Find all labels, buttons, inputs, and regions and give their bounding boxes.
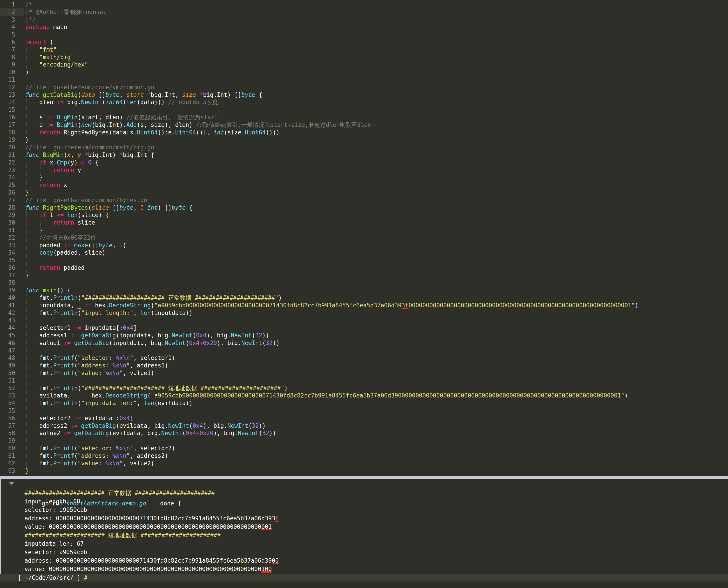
line-number: 49 <box>0 362 24 370</box>
token: int64 <box>105 99 123 105</box>
code-line[interactable]: 19} <box>0 136 728 144</box>
code-line[interactable]: 14 dlen := big.NewInt(int64(len(data))) … <box>0 99 728 106</box>
code-line[interactable]: 44 selector1 := inputdata[:0x4] <box>0 324 728 332</box>
code-line[interactable]: 15 <box>0 106 728 114</box>
code-line[interactable]: 55 <box>0 407 728 415</box>
token: [] <box>95 91 105 98</box>
code-line[interactable]: 57 address2 := getDataBig(evildata, big.… <box>0 422 728 430</box>
code-line[interactable]: 3 */ <box>0 16 728 24</box>
token: ([] <box>88 242 99 249</box>
code-text: } <box>24 174 43 182</box>
token: "inputdata len:" <box>81 400 136 406</box>
token: Printf <box>53 370 74 376</box>
code-line[interactable]: 49 fmt.Printf("address: %x\n", address1) <box>0 362 728 370</box>
token: (inputdata, big. <box>109 340 165 346</box>
code-line[interactable]: 42 fmt.Println("input length:", len(inpu… <box>0 309 728 317</box>
shell-prompt[interactable]: [ ~/Code/Go/src/ ] # <box>0 574 728 582</box>
token: ( <box>78 310 81 316</box>
code-line[interactable]: 2 * @Author:昏鸦@Knownsec <box>0 8 728 16</box>
token: "math/big" <box>25 54 74 61</box>
code-text: } <box>24 136 29 144</box>
code-line[interactable]: 62 fmt.Printf("value: %x\n", value2) <box>0 460 728 467</box>
code-line[interactable]: 6import ( <box>0 39 728 46</box>
code-line[interactable]: 1/* <box>0 1 728 8</box>
code-line[interactable]: 51 <box>0 377 728 384</box>
token: , address1) <box>130 362 168 369</box>
code-text: return RightPadBytes(data[s.Uint64():e.U… <box>24 129 280 136</box>
code-line[interactable]: 18 return RightPadBytes(data[s.Uint64():… <box>0 129 728 136</box>
token: ( <box>78 294 81 301</box>
token: if <box>39 159 46 166</box>
code-line[interactable]: 8 "math/big" <box>0 54 728 61</box>
code-editor[interactable]: 1/*2 * @Author:昏鸦@Knownsec3 */4package m… <box>0 0 728 476</box>
collapse-triangle-icon[interactable] <box>9 482 14 485</box>
code-line[interactable]: 16 s := BigMin(start, dlen) //取值起始索引,一般情… <box>0 114 728 121</box>
code-line[interactable]: 46 value1 := getDataBig(inputdata, big.N… <box>0 339 728 347</box>
code-text: func BigMin(x, y *big.Int) *big.Int { <box>24 151 154 159</box>
token: NewInt <box>81 99 102 105</box>
code-line[interactable]: 21func BigMin(x, y *big.Int) *big.Int { <box>0 151 728 159</box>
code-line[interactable]: 26} <box>0 189 728 196</box>
code-line[interactable]: 54 fmt.Println("inputdata len:", len(evi… <box>0 399 728 407</box>
code-line[interactable]: 52 fmt.Println("####################### … <box>0 384 728 392</box>
code-line[interactable]: 4package main <box>0 23 728 31</box>
token: 0000000000000000000000000000000000000000… <box>408 302 635 309</box>
code-line[interactable]: 40 fmt.Println("####################### … <box>0 294 728 302</box>
token: , <box>133 310 140 316</box>
token: NewInt <box>238 430 259 437</box>
code-line[interactable]: 61 fmt.Printf("address: %x\n", address2) <box>0 452 728 460</box>
code-line[interactable]: 25 return x <box>0 182 728 189</box>
code-line[interactable]: 7 "fmt" <box>0 46 728 54</box>
code-line[interactable]: 56 selector2 := evildata[:0x4] <box>0 415 728 422</box>
token: return <box>39 265 60 271</box>
code-text: package main <box>24 23 67 31</box>
code-line[interactable]: 34 copy(padded, slice) <box>0 249 728 257</box>
token <box>78 332 81 339</box>
code-line[interactable]: 35 <box>0 257 728 264</box>
code-line[interactable]: 39func main() { <box>0 287 728 294</box>
line-number: 48 <box>0 354 24 362</box>
token <box>25 212 39 218</box>
code-line[interactable]: 11 <box>0 76 728 84</box>
token: } <box>25 136 29 143</box>
pane-divider[interactable] <box>0 476 728 479</box>
code-line[interactable]: 33 padded := make([]byte, l) <box>0 242 728 249</box>
code-text <box>24 407 25 415</box>
code-line[interactable]: 47 <box>0 347 728 355</box>
code-line[interactable]: 22 if x.Cmp(y) > 0 { <box>0 159 728 166</box>
code-line[interactable]: 30 return slice <box>0 219 728 227</box>
line-number: 43 <box>0 317 24 324</box>
code-text: /* <box>24 1 32 8</box>
code-line[interactable]: 58 value2 := getDataBig(evildata, big.Ne… <box>0 429 728 437</box>
code-line[interactable]: 43 <box>0 317 728 324</box>
code-line[interactable]: 27//file: go-ethereum/common/bytes.go <box>0 196 728 204</box>
indent-guide <box>26 99 27 136</box>
code-line[interactable]: 50 fmt.Printf("value: %x\n", value1) <box>0 370 728 377</box>
code-line[interactable]: 31 } <box>0 227 728 234</box>
code-line[interactable]: 13func getDataBig(data []byte, start *bi… <box>0 91 728 99</box>
code-line[interactable]: 37} <box>0 272 728 279</box>
token: RightPadBytes <box>43 204 88 211</box>
code-line[interactable]: 9 "encoding/hex" <box>0 61 728 68</box>
code-line[interactable]: 28func RightPadBytes(slice []byte, l int… <box>0 204 728 212</box>
code-line[interactable]: 12//file: go-ethereum/core/vm/common.go <box>0 84 728 91</box>
code-line[interactable]: 29 if l <= len(slice) { <box>0 211 728 219</box>
code-line[interactable]: 5 <box>0 31 728 39</box>
code-line[interactable]: 10) <box>0 68 728 76</box>
code-line[interactable]: 24 } <box>0 174 728 182</box>
code-line[interactable]: 38 <box>0 279 728 287</box>
code-line[interactable]: 48 fmt.Printf("selector: %x\n", selector… <box>0 354 728 362</box>
token: (s, size), dlen) <box>137 122 196 128</box>
code-line[interactable]: 36 return padded <box>0 264 728 272</box>
code-line[interactable]: 20//file: go-thereum/common/math/big.go <box>0 144 728 151</box>
code-line[interactable]: 17 e := BigMin(new(big.Int).Add(s, size)… <box>0 121 728 129</box>
code-line[interactable]: 45 address1 := getDataBig(inputdata, big… <box>0 332 728 339</box>
code-line[interactable]: 60 fmt.Printf("selector: %x\n", selector… <box>0 445 728 452</box>
token <box>25 167 53 173</box>
code-line[interactable]: 23 return y <box>0 166 728 174</box>
code-line[interactable]: 63} <box>0 467 728 475</box>
code-line[interactable]: 32 //右填充0x00至32位 <box>0 234 728 242</box>
code-line[interactable]: 41 inputdata, _ := hex.DecodeString("a90… <box>0 302 728 309</box>
code-line[interactable]: 59 <box>0 437 728 445</box>
code-line[interactable]: 53 evildata, _ := hex.DecodeString("a905… <box>0 392 728 399</box>
